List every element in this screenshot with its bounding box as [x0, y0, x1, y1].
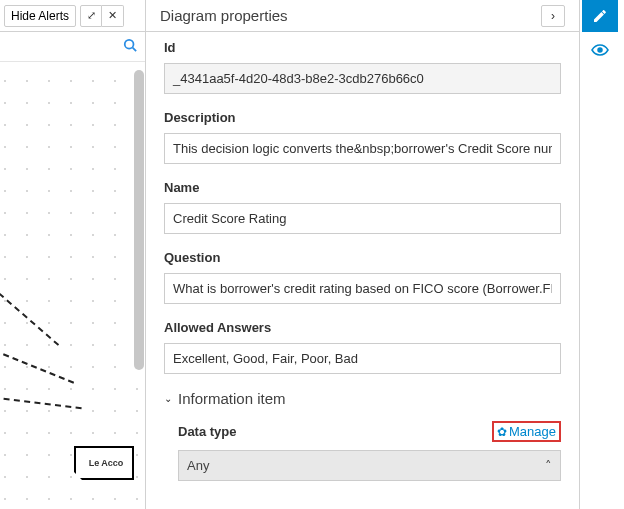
data-type-select[interactable]: Any ˄ — [178, 450, 561, 481]
field-question: Question — [164, 250, 561, 304]
scrollbar-thumb[interactable] — [134, 70, 144, 370]
input-name[interactable] — [164, 203, 561, 234]
canvas-grid — [0, 62, 146, 509]
label-allowed-answers: Allowed Answers — [164, 320, 561, 335]
expand-icon[interactable]: ⤢ — [80, 5, 102, 27]
svg-point-2 — [598, 48, 602, 52]
label-description: Description — [164, 110, 561, 125]
gear-icon: ✿ — [497, 425, 507, 439]
manage-data-types-link[interactable]: ✿ Manage — [492, 421, 561, 442]
view-mode-button[interactable] — [582, 38, 618, 62]
input-id: _4341aa5f-4d20-48d3-b8e2-3cdb276b66c0 — [164, 63, 561, 94]
section-information-item[interactable]: ⌄ Information item — [164, 390, 561, 407]
search-row — [0, 32, 145, 62]
field-description: Description — [164, 110, 561, 164]
edit-mode-button[interactable] — [582, 0, 618, 32]
hide-alerts-button[interactable]: Hide Alerts — [4, 5, 76, 27]
chevron-down-icon: ⌄ — [164, 393, 178, 404]
diagram-node[interactable]: Le Acco — [74, 446, 134, 480]
label-data-type: Data type — [178, 424, 237, 439]
properties-panel: Diagram properties › Id _4341aa5f-4d20-4… — [146, 0, 580, 509]
field-name: Name — [164, 180, 561, 234]
svg-point-0 — [125, 40, 134, 49]
data-type-row: Data type ✿ Manage — [178, 421, 561, 442]
field-id: Id _4341aa5f-4d20-48d3-b8e2-3cdb276b66c0 — [164, 40, 561, 94]
label-name: Name — [164, 180, 561, 195]
section-title: Information item — [178, 390, 286, 407]
field-allowed-answers: Allowed Answers — [164, 320, 561, 374]
label-question: Question — [164, 250, 561, 265]
close-icon[interactable]: ✕ — [102, 5, 124, 27]
properties-header: Diagram properties › — [146, 0, 579, 32]
diagram-canvas[interactable]: Le Acco — [0, 62, 146, 509]
field-data-type: Data type ✿ Manage Any ˄ — [164, 421, 561, 481]
svg-line-1 — [133, 48, 137, 52]
collapse-panel-button[interactable]: › — [541, 5, 565, 27]
input-question[interactable] — [164, 273, 561, 304]
search-icon[interactable] — [123, 38, 137, 55]
properties-title: Diagram properties — [160, 7, 541, 24]
left-column: Hide Alerts ⤢ ✕ Le Acco — [0, 0, 146, 509]
alerts-toolbar: Hide Alerts ⤢ ✕ — [0, 0, 145, 32]
chevron-up-icon: ˄ — [545, 458, 552, 473]
input-description[interactable] — [164, 133, 561, 164]
data-type-selected: Any — [187, 458, 209, 473]
properties-body: Id _4341aa5f-4d20-48d3-b8e2-3cdb276b66c0… — [146, 32, 579, 509]
manage-label: Manage — [509, 424, 556, 439]
input-allowed-answers[interactable] — [164, 343, 561, 374]
alerts-icon-group: ⤢ ✕ — [80, 5, 124, 27]
right-rail — [580, 0, 624, 509]
label-id: Id — [164, 40, 561, 55]
